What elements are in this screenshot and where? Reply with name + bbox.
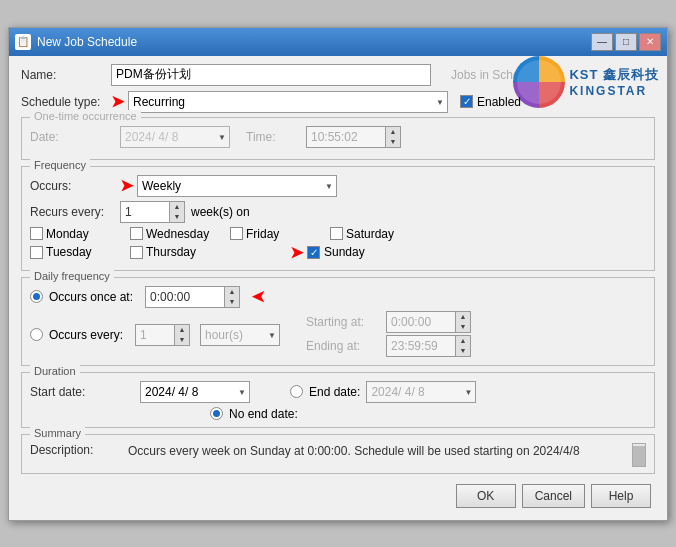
tuesday-label: Tuesday <box>46 245 92 259</box>
occurs-every-unit-wrapper: hour(s) <box>200 324 280 346</box>
start-date-select[interactable]: 2024/ 4/ 8 <box>140 381 250 403</box>
days-row-2: Tuesday Thursday ➤ Sunday <box>30 243 646 262</box>
button-row: OK Cancel Help <box>21 480 655 512</box>
duration-section: Duration Start date: 2024/ 4/ 8 End date… <box>21 372 655 428</box>
date-label: Date: <box>30 130 120 144</box>
ending-at-up: ▲ <box>456 336 470 346</box>
summary-legend: Summary <box>30 427 85 439</box>
time-spinner-arrows: ▲ ▼ <box>386 126 401 148</box>
recurs-every-arrows: ▲ ▼ <box>170 201 185 223</box>
ending-at-row: Ending at: ▲ ▼ <box>306 335 471 357</box>
recurs-every-input[interactable] <box>120 201 170 223</box>
date-select-wrapper: 2024/ 4/ 8 <box>120 126 230 148</box>
one-time-occurrence-section: One-time occurrence Date: 2024/ 4/ 8 Tim… <box>21 117 655 160</box>
scroll-thumb <box>633 446 645 466</box>
occurs-once-down[interactable]: ▼ <box>225 297 239 307</box>
form-content: KST 鑫辰科技 KINGSTAR Name: PDM备份计划 Jobs in … <box>9 56 667 520</box>
starting-at-arrows: ▲ ▼ <box>456 311 471 333</box>
starting-at-label: Starting at: <box>306 315 386 329</box>
summary-content: Description: Occurs every week on Sunday… <box>30 443 646 467</box>
starting-at-row: Starting at: ▲ ▼ <box>306 311 471 333</box>
wednesday-checkbox[interactable] <box>130 227 143 240</box>
days-row-1: Monday Wednesday Friday Saturday <box>30 227 646 241</box>
ending-at-arrows: ▲ ▼ <box>456 335 471 357</box>
ok-button[interactable]: OK <box>456 484 516 508</box>
time-up-button: ▲ <box>386 127 400 137</box>
frequency-section: Frequency Occurs: ➤ Daily Weekly Monthly <box>21 166 655 271</box>
ending-at-down: ▼ <box>456 346 470 356</box>
saturday-check: Saturday <box>330 227 410 241</box>
occurs-once-label: Occurs once at: <box>49 290 133 304</box>
enabled-checkbox[interactable] <box>460 95 473 108</box>
arrow-schedule-type: ➤ <box>111 92 124 111</box>
recurs-every-up[interactable]: ▲ <box>170 202 184 212</box>
occurs-select-wrapper: Daily Weekly Monthly <box>137 175 337 197</box>
description-text-area: Occurs every week on Sunday at 0:00:00. … <box>128 443 624 467</box>
time-input <box>306 126 386 148</box>
occurs-once-spinner: ▲ ▼ <box>145 286 240 308</box>
minimize-button[interactable]: — <box>591 33 613 51</box>
schedule-type-select[interactable]: One time Recurring <box>128 91 448 113</box>
ending-at-label: Ending at: <box>306 339 386 353</box>
recurs-every-down[interactable]: ▼ <box>170 212 184 222</box>
saturday-checkbox[interactable] <box>330 227 343 240</box>
schedule-type-select-wrapper: One time Recurring <box>128 91 448 113</box>
thursday-label: Thursday <box>146 245 196 259</box>
saturday-label: Saturday <box>346 227 394 241</box>
name-input[interactable]: PDM备份计划 <box>111 64 431 86</box>
summary-scrollbar[interactable] <box>632 443 646 467</box>
title-bar: 📋 New Job Schedule — □ ✕ <box>9 28 667 56</box>
no-end-date-row: No end date: <box>30 407 646 421</box>
sunday-label: Sunday <box>324 245 365 259</box>
end-date-radio-row: End date: 2024/ 4/ 8 <box>290 381 476 403</box>
occurs-every-spinner: ▲ ▼ <box>135 324 190 346</box>
thursday-check: Thursday <box>130 245 210 259</box>
friday-label: Friday <box>246 227 279 241</box>
occurs-label: Occurs: <box>30 179 120 193</box>
ending-at-spinner: ▲ ▼ <box>386 335 471 357</box>
occurs-once-input[interactable] <box>145 286 225 308</box>
end-date-select: 2024/ 4/ 8 <box>366 381 476 403</box>
time-label: Time: <box>246 130 306 144</box>
monday-checkbox[interactable] <box>30 227 43 240</box>
one-time-content: Date: 2024/ 4/ 8 Time: ▲ ▼ <box>30 126 646 148</box>
occurs-every-up: ▲ <box>175 325 189 335</box>
title-bar-controls: — □ ✕ <box>591 33 661 51</box>
maximize-button[interactable]: □ <box>615 33 637 51</box>
recurs-every-suffix: week(s) on <box>191 205 250 219</box>
thursday-checkbox[interactable] <box>130 246 143 259</box>
help-button[interactable]: Help <box>591 484 651 508</box>
date-select: 2024/ 4/ 8 <box>120 126 230 148</box>
tuesday-checkbox[interactable] <box>30 246 43 259</box>
friday-checkbox[interactable] <box>230 227 243 240</box>
occurs-select[interactable]: Daily Weekly Monthly <box>137 175 337 197</box>
sunday-checkbox[interactable] <box>307 246 320 259</box>
no-end-date-label: No end date: <box>229 407 298 421</box>
description-label: Description: <box>30 443 120 467</box>
occurs-row: Occurs: ➤ Daily Weekly Monthly <box>30 175 646 197</box>
frequency-legend: Frequency <box>30 159 90 171</box>
sunday-check-with-arrow: ➤ Sunday <box>290 243 365 262</box>
no-end-date-radio[interactable] <box>210 407 223 420</box>
enabled-checkbox-row: Enabled <box>460 95 521 109</box>
close-button[interactable]: ✕ <box>639 33 661 51</box>
cancel-button[interactable]: Cancel <box>522 484 585 508</box>
duration-content: Start date: 2024/ 4/ 8 End date: 2024/ 4… <box>30 381 646 421</box>
occurs-once-up[interactable]: ▲ <box>225 287 239 297</box>
wednesday-check: Wednesday <box>130 227 210 241</box>
occurs-once-arrows: ▲ ▼ <box>225 286 240 308</box>
occurs-every-arrows: ▲ ▼ <box>175 324 190 346</box>
daily-frequency-section: Daily frequency Occurs once at: ▲ ▼ ➤ <box>21 277 655 366</box>
duration-row: Start date: 2024/ 4/ 8 End date: 2024/ 4… <box>30 381 646 403</box>
occurs-every-radio[interactable] <box>30 328 43 341</box>
tuesday-check: Tuesday <box>30 245 110 259</box>
name-label: Name: <box>21 68 111 82</box>
starting-at-spinner: ▲ ▼ <box>386 311 471 333</box>
end-date-radio[interactable] <box>290 385 303 398</box>
schedule-type-label: Schedule type: <box>21 95 111 109</box>
daily-frequency-content: Occurs once at: ▲ ▼ ➤ Occurs every: <box>30 286 646 359</box>
starting-at-input <box>386 311 456 333</box>
occurs-once-radio[interactable] <box>30 290 43 303</box>
summary-section: Summary Description: Occurs every week o… <box>21 434 655 474</box>
window-title: New Job Schedule <box>37 35 137 49</box>
